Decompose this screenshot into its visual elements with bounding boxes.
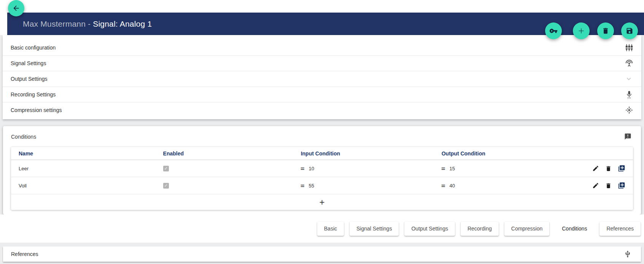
enabled-checkbox[interactable] (163, 183, 169, 189)
page-title-user: Max Mustermann - (23, 19, 93, 28)
library-add-icon (618, 165, 625, 172)
arrow-back-icon (12, 4, 20, 12)
add-condition-button[interactable]: + (319, 198, 324, 207)
microphone-icon (625, 91, 633, 98)
column-header-input-condition: Input Condition (301, 150, 442, 157)
conditions-table-header-row: Name Enabled Input Condition Output Cond… (11, 147, 633, 160)
references-title: References (11, 251, 38, 257)
conditions-header: Conditions (3, 126, 641, 147)
page-title-signal: Signal: Analog 1 (93, 19, 152, 28)
condition-row-voll: Voll =55 =40 (11, 177, 633, 194)
pencil-icon (592, 165, 599, 172)
nav-button-signal-settings[interactable]: Signal Settings (350, 222, 399, 236)
page-title: Max Mustermann - Signal: Analog 1 (23, 19, 152, 29)
section-basic-configuration[interactable]: Basic configuration (3, 40, 641, 55)
condition-row-leer: Leer =10 =15 (11, 160, 633, 177)
nav-button-conditions[interactable]: Conditions (555, 222, 594, 236)
condition-name: Leer (19, 166, 163, 171)
chevron-down-icon (625, 75, 633, 83)
section-label: Basic configuration (11, 45, 56, 51)
trash-icon (602, 27, 609, 35)
delete-button[interactable] (597, 22, 614, 39)
delete-condition-button[interactable] (605, 182, 612, 189)
column-header-name: Name (19, 150, 163, 157)
trash-icon (605, 182, 612, 189)
pencil-icon (592, 182, 599, 189)
conditions-table: Name Enabled Input Condition Output Cond… (11, 147, 633, 210)
nav-button-basic[interactable]: Basic (317, 222, 344, 236)
signal-configuration-page: Max Mustermann - Signal: Analog 1 Basic … (0, 0, 644, 264)
input-operator: = (301, 165, 305, 172)
output-value: 15 (449, 166, 455, 171)
output-operator: = (441, 182, 445, 189)
nav-button-recording[interactable]: Recording (461, 222, 499, 236)
settings-sections-card: Basic configuration Signal Settings Outp… (3, 35, 641, 119)
conditions-table-footer: + (11, 194, 633, 210)
key-icon (549, 27, 558, 35)
section-label: Recording Settings (11, 91, 56, 98)
trash-icon (605, 165, 612, 172)
output-value: 40 (449, 183, 455, 189)
spacer (0, 243, 644, 246)
delete-condition-button[interactable] (605, 165, 612, 172)
section-label: Signal Settings (11, 60, 46, 66)
add-button[interactable] (573, 22, 590, 39)
input-value: 10 (308, 166, 314, 171)
output-operator: = (441, 165, 445, 172)
section-compression-settings[interactable]: Compression settings (3, 102, 641, 118)
nav-button-compression[interactable]: Compression (504, 222, 549, 236)
usb-icon (624, 250, 631, 258)
section-label: Compression settings (11, 107, 62, 113)
edit-condition-button[interactable] (592, 182, 599, 189)
back-button[interactable] (8, 0, 24, 16)
nav-button-output-settings[interactable]: Output Settings (404, 222, 455, 236)
references-card[interactable]: References (3, 246, 641, 262)
library-add-icon (618, 182, 625, 189)
input-value: 55 (308, 183, 314, 189)
conditions-card: Conditions Name Enabled Input Condition … (3, 126, 641, 214)
settings-input-component-icon (625, 44, 633, 51)
edit-condition-button[interactable] (592, 165, 599, 172)
column-header-enabled: Enabled (163, 150, 301, 157)
nav-button-references[interactable]: References (599, 222, 641, 236)
save-button[interactable] (621, 22, 638, 39)
spacer (0, 119, 644, 126)
duplicate-condition-button[interactable] (618, 165, 625, 172)
compression-flare-icon (625, 106, 633, 114)
section-output-settings[interactable]: Output Settings (3, 71, 641, 86)
duplicate-condition-button[interactable] (618, 182, 625, 189)
permissions-button[interactable] (545, 22, 562, 39)
announcement-icon (624, 133, 631, 140)
enabled-checkbox[interactable] (163, 166, 169, 171)
bottom-nav: Basic Signal Settings Output Settings Re… (0, 214, 644, 243)
conditions-title: Conditions (11, 134, 36, 140)
antenna-icon (625, 59, 633, 67)
section-recording-settings[interactable]: Recording Settings (3, 86, 641, 102)
column-header-output-condition: Output Condition (442, 150, 583, 157)
section-signal-settings[interactable]: Signal Settings (3, 55, 641, 71)
save-icon (626, 27, 633, 35)
input-operator: = (301, 182, 305, 189)
condition-name: Voll (19, 183, 163, 189)
plus-icon (577, 27, 585, 35)
section-label: Output Settings (11, 76, 48, 82)
